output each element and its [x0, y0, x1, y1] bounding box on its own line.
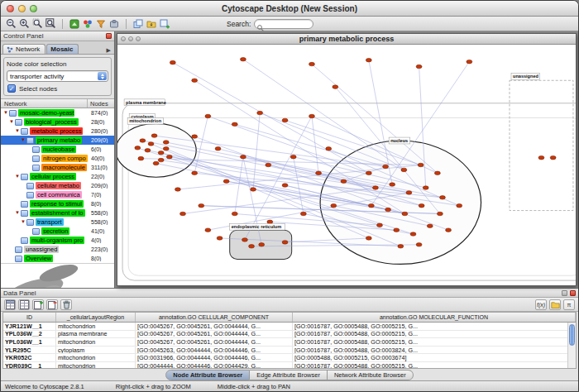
frame-minimize-icon[interactable] — [128, 36, 133, 41]
expand-triangle-icon[interactable]: ▼ — [2, 108, 9, 117]
table-row[interactable]: YKR052Cmitochondrion[GO:0031966, GO:0044… — [3, 354, 576, 362]
table-cell: YJR121W__1 — [3, 323, 56, 330]
tab-mosaic[interactable]: Mosaic — [46, 44, 79, 54]
tree-row-metabolic-process[interactable]: ▼metabolic process280(0) — [1, 127, 114, 136]
data-panel-close-icon[interactable] — [570, 290, 576, 296]
table-cell: YDR039C__1 — [3, 362, 56, 368]
tree-row-label: unassigned — [24, 246, 59, 253]
filter-icon[interactable] — [95, 18, 107, 30]
tab-overflow-icon[interactable]: ▶ — [107, 47, 112, 54]
tree-column-network[interactable]: Network — [1, 99, 88, 108]
frame-close-icon[interactable] — [121, 36, 126, 41]
tree-row-cellular-process[interactable]: ▼cellular process22(0) — [1, 172, 114, 181]
control-panel-close-icon[interactable] — [106, 33, 112, 39]
tree-row-overview[interactable]: Overview8(0) — [1, 254, 114, 263]
select-attributes-icon[interactable] — [4, 299, 16, 310]
select-nodes-checkbox[interactable]: ✓ — [7, 84, 16, 93]
table-scrollbar-thumb[interactable] — [569, 324, 575, 346]
delete-row-icon[interactable] — [60, 299, 72, 310]
expand-triangle-icon[interactable]: ▼ — [8, 117, 15, 127]
network-view-title: primary metabolic process — [299, 35, 395, 43]
tab-network-attribute-browser[interactable]: Network Attribute Browser — [328, 370, 414, 380]
table-cell: cytoplasm — [56, 347, 136, 354]
equation-builder-icon[interactable]: π — [563, 299, 575, 310]
unselect-attributes-icon[interactable] — [18, 299, 30, 310]
import-attributes-icon[interactable] — [549, 299, 561, 310]
table-row[interactable]: YDR039C__1mitochondrion[GO:0044444, GO:0… — [3, 362, 576, 368]
expand-triangle-icon[interactable]: ▼ — [14, 208, 21, 218]
table-cell: YPL036W__1 — [3, 338, 56, 346]
column-header-cellular-layout-region[interactable]: _cellularLayoutRegion — [56, 313, 136, 322]
column-header-go-cellular-component[interactable]: annotation.GO CELLULAR_COMPONENT — [136, 313, 293, 322]
column-header-go-molecular-function[interactable]: annotation.GO MOLECULAR_FUNCTION — [293, 313, 576, 322]
expand-triangle-icon[interactable]: ▼ — [20, 136, 26, 145]
tree-row-cell-communica[interactable]: cell communica7(0) — [1, 190, 114, 199]
tree-row-transport[interactable]: ▼transport558(0) — [1, 218, 114, 227]
network-tree: ▼mosaic-demo-yeast874(0)▼biological_proc… — [1, 108, 114, 263]
new-network-view-icon[interactable] — [159, 18, 170, 30]
create-new-attribute-icon[interactable] — [32, 299, 44, 310]
tree-row-label: cell communica — [36, 191, 82, 198]
show-graphics-details-icon[interactable] — [69, 18, 80, 30]
expand-triangle-icon[interactable]: ▼ — [14, 127, 21, 136]
table-row[interactable]: YPL036W__2plasma membrane[GO:0045267, GO… — [3, 331, 576, 339]
birdseye-view[interactable] — [1, 263, 114, 288]
tree-row-nucleobase[interactable]: nucleobase6(0) — [1, 145, 114, 154]
svg-text:plasma membrane: plasma membrane — [126, 100, 166, 105]
plugin-manager-icon[interactable] — [108, 18, 120, 30]
tree-row-response-to-stimul[interactable]: response to stimul8(0) — [1, 199, 114, 208]
zoom-window-button[interactable] — [30, 5, 37, 12]
network-canvas[interactable]: plasma membranecytoplasmmitochondrionnuc… — [117, 45, 576, 285]
delete-attribute-icon[interactable] — [46, 299, 58, 310]
network-folder-icon — [21, 210, 28, 217]
window-titlebar[interactable]: Cytoscape Desktop (New Session) — [1, 1, 578, 17]
import-network-icon[interactable] — [146, 18, 157, 30]
tree-row-multi-organism-pro[interactable]: multi-organism pro4(0) — [1, 236, 114, 245]
minimize-window-button[interactable] — [18, 5, 26, 12]
tab-edge-attribute-browser[interactable]: Edge Attribute Browser — [250, 370, 328, 380]
table-row[interactable]: YLR295Ccytoplasm[GO:0045263, GO:0044444,… — [3, 347, 576, 355]
tree-row-node-count: 280(0) — [91, 128, 114, 134]
zoom-fit-icon[interactable] — [45, 18, 56, 30]
expand-triangle-icon[interactable]: ▼ — [20, 218, 26, 227]
tree-row-secretion[interactable]: secretion41(0) — [1, 227, 114, 236]
close-window-button[interactable] — [7, 5, 14, 12]
table-row[interactable]: YJR121W__1mitochondrion[GO:0045267, GO:0… — [3, 323, 576, 331]
network-folder-icon — [21, 174, 28, 180]
tree-row-label: cellular process — [30, 173, 76, 180]
vizmapper-icon[interactable] — [82, 18, 93, 30]
column-header-id[interactable]: ID — [3, 313, 56, 322]
frame-maximize-icon[interactable] — [136, 36, 141, 41]
data-panel-float-icon[interactable] — [562, 290, 567, 296]
expand-triangle-icon[interactable]: ▼ — [14, 172, 21, 181]
tab-network[interactable]: Network — [2, 44, 45, 54]
function-builder-icon[interactable]: f(x) — [535, 299, 547, 310]
zoom-out-icon[interactable] — [5, 18, 17, 30]
tree-row-node-count: 311(0) — [91, 165, 114, 170]
table-cell: YLR295C — [3, 347, 56, 354]
tree-row-biological-process[interactable]: ▼biological_process28(0) — [1, 117, 114, 127]
create-network-icon[interactable] — [132, 18, 144, 30]
tree-row-cellular-metabo[interactable]: cellular metabo209(0) — [1, 181, 114, 190]
tab-node-attribute-browser[interactable]: Node Attribute Browser — [165, 370, 250, 380]
browser-tabs: Node Attribute BrowserEdge Attribute Bro… — [1, 369, 578, 380]
tree-row-macromolecule[interactable]: macromolecule311(0) — [1, 163, 114, 172]
tree-row-establishment-of-lo[interactable]: ▼establishment of lo558(0) — [1, 208, 114, 218]
color-attribute-dropdown[interactable]: transporter activity — [7, 70, 108, 82]
select-nodes-label: Select nodes — [19, 85, 57, 93]
network-view-titlebar[interactable]: primary metabolic process — [117, 34, 576, 45]
tree-row-label: secretion — [41, 227, 69, 235]
control-panel: Control Panel Network Mosaic ▶ Node colo… — [1, 31, 115, 288]
tree-column-nodes[interactable]: Nodes — [88, 99, 114, 108]
table-scrollbar[interactable] — [567, 323, 576, 368]
tree-row-unassigned[interactable]: unassigned223(0) — [1, 245, 114, 254]
zoom-selected-icon[interactable] — [31, 18, 43, 30]
tree-row-mosaic-demo-yeast[interactable]: ▼mosaic-demo-yeast874(0) — [1, 108, 114, 117]
zoom-in-icon[interactable] — [18, 18, 30, 30]
tree-row-label: metabolic process — [30, 127, 83, 135]
tree-row-primary-metabo[interactable]: ▼primary metabo209(0) — [1, 136, 114, 145]
table-row[interactable]: YPL036W__1mitochondrion[GO:0045267, GO:0… — [3, 338, 576, 347]
network-folder-icon — [9, 110, 17, 117]
tree-row-nitrogen-compo[interactable]: nitrogen compo40(0) — [1, 154, 114, 163]
svg-text:mitochondrion: mitochondrion — [129, 118, 161, 123]
